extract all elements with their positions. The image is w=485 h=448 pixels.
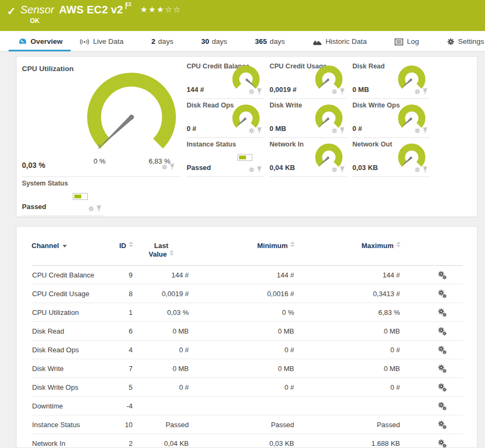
channel-table: ChannelIDLastValueMinimumMaximum CPU Cre… (32, 234, 463, 448)
pin-icon[interactable] (170, 164, 175, 170)
channel-settings-icon[interactable] (437, 383, 447, 392)
channel-maximum-cell: 0,3413 # (295, 284, 401, 303)
column-header-minimum[interactable]: Minimum (189, 234, 295, 266)
channel-minimum-cell: 0 MB (189, 322, 295, 341)
channel-id-cell: 2 (106, 434, 133, 448)
pin-icon[interactable] (422, 127, 428, 134)
table-row: Disk Read 6 0 MB 0 MB 0 MB (32, 322, 463, 341)
table-row: Disk Write Ops 5 0 # 0 # 0 # (32, 378, 463, 397)
channel-settings-icon[interactable] (437, 289, 447, 298)
channel-tile-title: Disk Read Ops (187, 102, 234, 109)
tab-2-days[interactable]: 2 days (149, 31, 176, 51)
channel-settings-icon[interactable] (437, 345, 447, 354)
gear-icon[interactable] (88, 206, 94, 212)
gear-icon[interactable] (161, 164, 167, 170)
pin-icon[interactable] (422, 166, 428, 173)
channel-settings-icon[interactable] (437, 308, 447, 317)
channel-name-cell[interactable]: Downtime (32, 397, 106, 415)
column-header-last-value[interactable]: LastValue (133, 234, 189, 266)
channel-tile-title: Instance Status (187, 141, 236, 148)
channel-name-cell[interactable]: Disk Read Ops (32, 341, 106, 359)
column-header-id[interactable]: ID (106, 234, 133, 266)
channel-tile-title: CPU Utilization (22, 65, 74, 73)
gear-icon[interactable] (332, 89, 337, 95)
gear-icon[interactable] (414, 89, 420, 95)
cpu-utilization-tile: CPU Utilization x̄ 0 % 6,83 % 0,03 % (22, 60, 181, 177)
channel-last-value-cell: 0,04 KB (133, 434, 189, 448)
channel-name-cell[interactable]: Disk Read (32, 322, 106, 341)
channel-minimum-cell: 0 # (189, 341, 295, 359)
channel-settings-icon[interactable] (437, 364, 447, 373)
flag-icon[interactable] (125, 0, 132, 12)
column-header-channel[interactable]: Channel (32, 234, 106, 266)
channel-settings-icon[interactable] (437, 327, 447, 336)
tab-live-data[interactable]: Live Data (77, 31, 126, 51)
pin-icon[interactable] (257, 166, 262, 173)
channel-last-value-cell: 0,03 % (133, 303, 189, 322)
pin-icon[interactable] (257, 127, 262, 134)
tab-30-days[interactable]: 30 days (198, 31, 230, 51)
gear-icon[interactable] (249, 128, 255, 134)
tab-settings[interactable]: Settings (444, 31, 485, 51)
channel-tile-title: Disk Read (352, 63, 384, 70)
pin-icon[interactable] (340, 166, 345, 173)
channel-tile-value: 0 MB (270, 125, 286, 133)
channel-last-value-cell: 0,0019 # (133, 284, 189, 303)
channel-minimum-cell: 0,0016 # (189, 284, 295, 303)
table-row: Disk Write 7 0 MB 0 MB 0 MB (32, 359, 463, 378)
pin-icon[interactable] (422, 88, 428, 95)
channel-maximum-cell: 6,83 % (295, 303, 401, 322)
gear-icon[interactable] (332, 167, 337, 173)
gear-icon[interactable] (414, 128, 420, 134)
tab-log[interactable]: Log (392, 31, 422, 51)
channel-settings-icon[interactable] (437, 401, 447, 411)
gear-icon[interactable] (332, 128, 337, 134)
channel-settings-icon[interactable] (437, 420, 447, 429)
channel-settings-icon[interactable] (437, 271, 447, 280)
channel-id-cell: 5 (106, 378, 133, 397)
gauges-card: CPU Utilization x̄ 0 % 6,83 % 0,03 % CPU… (16, 56, 478, 217)
gear-icon[interactable] (249, 167, 255, 173)
priority-stars[interactable]: ★★★☆☆ (140, 5, 181, 14)
column-header-maximum[interactable]: Maximum (295, 234, 401, 266)
tab-bar: Overview Live Data 2 days 30 days 365 da… (0, 31, 485, 52)
gear-icon[interactable] (249, 89, 255, 95)
channel-name-cell[interactable]: Network In (32, 434, 106, 448)
tab-overview[interactable]: Overview (16, 31, 65, 51)
table-row: CPU Credit Balance 9 144 # 144 # 144 # (32, 266, 463, 284)
pin-icon[interactable] (340, 127, 345, 134)
channel-maximum-cell: 0 MB (295, 359, 401, 378)
channel-name-cell[interactable]: Instance Status (32, 415, 106, 434)
channel-name-cell[interactable]: CPU Credit Usage (32, 284, 106, 303)
channel-minimum-cell: 0 MB (189, 359, 295, 378)
pin-icon[interactable] (96, 205, 102, 212)
tab-365-days[interactable]: 365 days (252, 31, 288, 51)
channel-tile-value: 144 # (187, 86, 204, 94)
tab-label: days (212, 37, 227, 45)
channel-tile-value: Passed (187, 164, 211, 172)
cpu-credit-balance-tile: CPU Credit Balance 144 # (187, 60, 264, 99)
channel-settings-icon[interactable] (437, 439, 447, 448)
channel-name-cell[interactable]: Disk Write (32, 359, 106, 378)
channel-name-cell[interactable]: CPU Utilization (32, 303, 106, 322)
channel-id-cell: 8 (106, 284, 133, 303)
channel-id-cell: 1 (106, 303, 133, 322)
tab-historic-data[interactable]: Historic Data (310, 31, 369, 51)
pin-icon[interactable] (257, 88, 262, 95)
channel-tile-title: Disk Write Ops (352, 102, 400, 109)
channel-minimum-cell: Passed (189, 415, 295, 434)
channel-name-cell[interactable]: CPU Credit Balance (32, 266, 106, 284)
tab-label: Log (407, 37, 419, 45)
channel-name-cell[interactable]: Disk Write Ops (32, 378, 106, 397)
channel-tile-title: Network In (270, 141, 304, 148)
channel-maximum-cell: 0 # (295, 341, 401, 359)
cpu-credit-usage-tile: CPU Credit Usage 0,0019 # (270, 60, 347, 99)
status-check-icon: ✓ (7, 5, 16, 18)
channel-maximum-cell: 144 # (295, 266, 401, 284)
channel-minimum-cell (189, 397, 295, 415)
pin-icon[interactable] (340, 88, 345, 95)
gear-icon[interactable] (414, 167, 420, 173)
disk-read-tile: Disk Read 0 MB (352, 60, 430, 99)
tab-label: Settings (458, 37, 484, 45)
channel-maximum-cell: 0 # (295, 378, 401, 397)
